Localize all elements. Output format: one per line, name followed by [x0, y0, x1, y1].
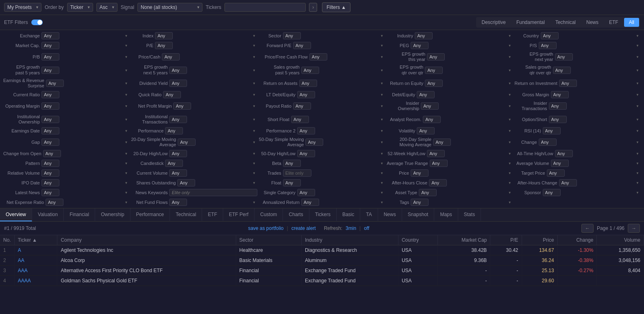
filter-rsi-select[interactable]: Any — [543, 127, 561, 134]
tab-descriptive[interactable]: Descriptive — [477, 18, 511, 27]
filter-asset-type-select[interactable]: Any — [419, 189, 437, 196]
cell-ticker[interactable]: AAA — [14, 266, 57, 276]
cell-ticker[interactable]: A — [14, 245, 57, 256]
filter-avg-vol-select[interactable]: Any — [551, 160, 569, 167]
filter-insider-trans-select[interactable]: Any — [549, 102, 567, 110]
tab-etf[interactable]: ETF — [604, 18, 623, 27]
filter-net-margin-select[interactable]: Any — [173, 102, 191, 110]
tab-news[interactable]: News — [581, 18, 603, 27]
filter-roa-select[interactable]: Any — [299, 80, 317, 87]
filter-sma20-select[interactable]: Any — [178, 139, 196, 146]
filter-short-float-select[interactable]: Any — [291, 116, 309, 123]
filter-cfo-select[interactable]: Any — [43, 150, 61, 157]
filter-shares-out-select[interactable]: Any — [177, 179, 195, 186]
col-no[interactable]: No. — [0, 235, 14, 245]
prev-page-btn[interactable]: ← — [581, 224, 594, 233]
filter-index-select[interactable]: Any — [155, 32, 173, 39]
filter-ah-change-select[interactable]: Any — [559, 179, 577, 186]
filter-hl50-select[interactable]: Any — [297, 150, 315, 157]
filter-pe-select[interactable]: Any — [155, 42, 173, 49]
btab-snapshot[interactable]: Snapshot — [402, 208, 435, 221]
filter-sector-select[interactable]: Any — [283, 32, 301, 39]
filter-tags-select[interactable]: Any — [411, 199, 429, 206]
tickers-input[interactable] — [224, 3, 306, 12]
filter-expense-ratio-select[interactable]: Any — [46, 199, 63, 206]
tab-fundamental[interactable]: Fundamental — [511, 18, 550, 27]
col-pe[interactable]: P/E — [490, 235, 522, 245]
filter-exchange-select[interactable]: Any — [41, 32, 59, 39]
filter-latest-news-select[interactable]: Any — [41, 189, 59, 196]
filter-pricecash-select[interactable]: Any — [162, 53, 180, 61]
order-dir-select[interactable]: Asc — [96, 3, 117, 12]
filter-ps-select[interactable]: Any — [539, 42, 557, 49]
filter-inst-own-select[interactable]: Any — [41, 116, 59, 123]
filter-industry-select[interactable]: Any — [415, 32, 433, 39]
col-company[interactable]: Company — [57, 235, 236, 245]
filter-float-select[interactable]: Any — [283, 179, 301, 186]
filter-target-price-select[interactable]: Any — [547, 169, 565, 177]
col-industry[interactable]: Industry — [301, 235, 398, 245]
filter-pb-select[interactable]: Any — [41, 53, 59, 61]
save-portfolio-link[interactable]: save as portfolio — [248, 225, 283, 231]
filter-lt-de-select[interactable]: Any — [297, 91, 315, 98]
col-mcap[interactable]: Market Cap — [437, 235, 490, 245]
filter-beta-select[interactable]: Any — [283, 160, 301, 167]
filter-single-cat-select[interactable]: Any — [297, 189, 315, 196]
filters-button[interactable]: Filters ▲ — [322, 2, 350, 12]
filter-rel-vol-select[interactable]: Any — [41, 169, 59, 177]
btab-technical[interactable]: Technical — [170, 208, 202, 221]
btab-tickers[interactable]: Tickers — [309, 208, 337, 221]
filter-sales-qoq-select[interactable]: Any — [553, 67, 571, 74]
filter-news-kw-input[interactable] — [169, 189, 257, 196]
filter-insider-own-select[interactable]: Any — [421, 102, 439, 110]
filter-sma200-select[interactable]: Any — [433, 139, 451, 146]
btab-ownership[interactable]: Ownership — [95, 208, 130, 221]
filter-roi-select[interactable]: Any — [559, 80, 577, 87]
refresh-time[interactable]: 3min — [346, 225, 356, 231]
btab-maps[interactable]: Maps — [434, 208, 458, 221]
filter-de-select[interactable]: Any — [417, 91, 435, 98]
filter-current-ratio-select[interactable]: Any — [41, 91, 59, 98]
filter-div-yield-select[interactable]: Any — [169, 80, 187, 87]
filter-pfcf-select[interactable]: Any — [309, 53, 327, 61]
btab-financial[interactable]: Financial — [64, 208, 95, 221]
btab-performance[interactable]: Performance — [131, 208, 170, 221]
btab-basic[interactable]: Basic — [337, 208, 360, 221]
col-sector[interactable]: Sector — [236, 235, 301, 245]
cell-ticker[interactable]: AAAA — [14, 276, 57, 286]
filter-peg-select[interactable]: Any — [411, 42, 429, 49]
etf-toggle[interactable] — [31, 19, 43, 25]
filter-roe-select[interactable]: Any — [425, 80, 443, 87]
filter-op-margin-select[interactable]: Any — [41, 102, 59, 110]
filter-perf2-select[interactable]: Any — [297, 127, 315, 134]
filter-analyst-select[interactable]: Any — [423, 116, 441, 123]
filter-price-select[interactable]: Any — [411, 169, 429, 177]
filter-change-select[interactable]: Any — [539, 139, 557, 146]
filter-inst-trans-select[interactable]: Any — [169, 116, 187, 123]
filter-hl20-select[interactable]: Any — [169, 150, 187, 157]
filter-eps-past5-select[interactable]: Any — [41, 67, 59, 74]
col-volume[interactable]: Volume — [597, 235, 644, 245]
create-alert-link[interactable]: create alert — [292, 225, 316, 231]
signal-select[interactable]: None (all stocks) — [137, 3, 202, 12]
filter-gap-select[interactable]: Any — [41, 139, 59, 146]
filter-ah-close-select[interactable]: Any — [429, 179, 447, 186]
filter-cur-vol-select[interactable]: Any — [169, 169, 187, 177]
tab-technical[interactable]: Technical — [550, 18, 581, 27]
btab-ta[interactable]: TA — [360, 208, 378, 221]
filter-sponsor-select[interactable]: Any — [543, 189, 561, 196]
filter-perf-select[interactable]: Any — [165, 127, 183, 134]
col-price[interactable]: Price — [522, 235, 557, 245]
btab-valuation[interactable]: Valuation — [32, 208, 64, 221]
next-page-btn[interactable]: → — [628, 224, 640, 233]
btab-overview[interactable]: Overview — [0, 208, 32, 221]
btab-etf[interactable]: ETF — [202, 208, 223, 221]
btab-news[interactable]: News — [378, 208, 402, 221]
filter-ath-select[interactable]: Any — [555, 150, 573, 157]
filter-eps-this-year-select[interactable]: Any — [427, 53, 445, 61]
btab-custom[interactable]: Custom — [255, 208, 283, 221]
orderby-select[interactable]: Ticker — [67, 3, 93, 12]
filter-gross-margin-select[interactable]: Any — [551, 91, 569, 98]
arrow-button[interactable]: › — [309, 3, 317, 12]
tab-all[interactable]: All — [624, 18, 639, 27]
